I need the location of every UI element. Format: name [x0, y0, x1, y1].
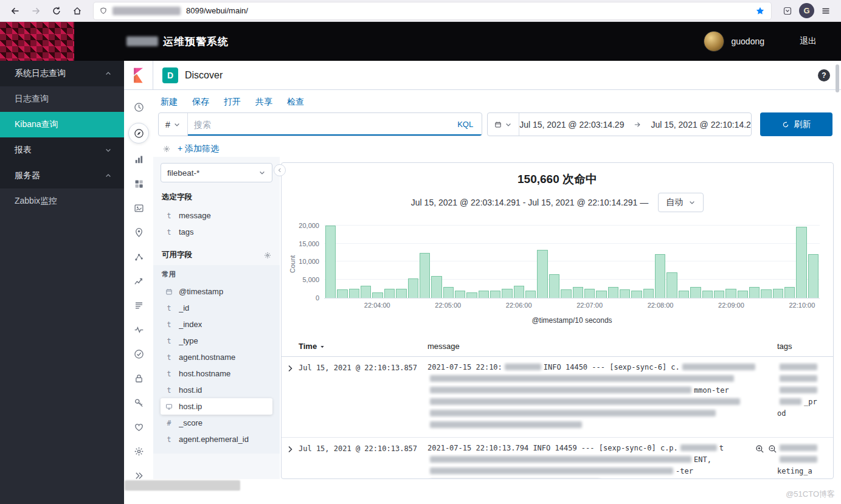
- field-@timestamp[interactable]: @timestamp: [161, 283, 272, 300]
- nav-discover-icon[interactable]: [128, 123, 149, 143]
- filter-settings-gear-icon[interactable]: [163, 145, 170, 153]
- histogram-bar[interactable]: [420, 253, 430, 298]
- histogram-bar[interactable]: [702, 291, 713, 299]
- histogram-bar[interactable]: [361, 286, 371, 298]
- histogram-bar[interactable]: [643, 289, 654, 298]
- histogram-bar[interactable]: [443, 287, 454, 298]
- home-icon[interactable]: [68, 2, 86, 19]
- date-quick-menu-button[interactable]: [488, 113, 519, 136]
- nav-visualize-icon[interactable]: [130, 151, 147, 168]
- nav-dev-tools-icon[interactable]: [130, 394, 147, 411]
- field-message[interactable]: tmessage: [161, 207, 272, 224]
- histogram-bar[interactable]: [761, 289, 771, 298]
- help-icon[interactable]: [818, 69, 830, 81]
- nav-recently-viewed-icon[interactable]: [130, 98, 147, 116]
- nav-machine-learning-icon[interactable]: [130, 248, 147, 265]
- sidebar-item-1[interactable]: 日志查询: [0, 86, 124, 112]
- share-button[interactable]: 共享: [255, 97, 272, 108]
- histogram-bar[interactable]: [749, 287, 760, 298]
- kibana-logo[interactable]: [124, 61, 153, 90]
- histogram-bar[interactable]: [490, 291, 500, 298]
- histogram-bar[interactable]: [479, 291, 489, 299]
- fields-settings-gear-icon[interactable]: [264, 252, 271, 259]
- histogram-bar[interactable]: [573, 287, 583, 298]
- pocket-extension-icon[interactable]: [778, 2, 797, 19]
- histogram-bar[interactable]: [549, 274, 559, 298]
- nav-maps-icon[interactable]: [130, 224, 147, 241]
- refresh-button[interactable]: 刷新: [760, 112, 832, 136]
- field-_index[interactable]: t_index: [161, 316, 272, 333]
- field-host.hostname[interactable]: thost.hostname: [161, 365, 272, 382]
- user-avatar[interactable]: [704, 31, 724, 52]
- menu-icon[interactable]: [817, 2, 835, 19]
- back-icon[interactable]: [6, 2, 24, 19]
- nav-canvas-icon[interactable]: [130, 199, 147, 216]
- search-input[interactable]: [188, 120, 449, 129]
- histogram-bar[interactable]: [690, 287, 701, 298]
- inspect-button[interactable]: 检查: [287, 97, 304, 108]
- histogram-bar[interactable]: [725, 289, 736, 298]
- histogram-bar[interactable]: [455, 291, 465, 299]
- histogram-bar[interactable]: [679, 291, 689, 298]
- sidebar-item-4[interactable]: 服务器: [0, 163, 124, 188]
- interval-select[interactable]: 自动: [658, 193, 704, 212]
- histogram-bar[interactable]: [738, 291, 748, 298]
- filter-out-value-icon[interactable]: [768, 444, 777, 454]
- field-_score[interactable]: #_score: [161, 415, 272, 431]
- sidebar-item-3[interactable]: 报表: [0, 137, 124, 163]
- histogram-bar[interactable]: [325, 226, 336, 298]
- field-tags[interactable]: ttags: [161, 224, 272, 240]
- column-message[interactable]: message: [427, 342, 777, 351]
- sidebar-item-0[interactable]: 系统日志查询: [0, 61, 124, 86]
- histogram-bar[interactable]: [608, 287, 618, 298]
- histogram-bar[interactable]: [396, 289, 406, 298]
- new-button[interactable]: 新建: [161, 97, 178, 108]
- field-agent.ephemeral_id[interactable]: tagent.ephemeral_id: [161, 431, 272, 447]
- histogram-bar[interactable]: [714, 291, 724, 298]
- histogram-bar[interactable]: [596, 291, 606, 298]
- nav-metrics-icon[interactable]: [130, 272, 147, 289]
- nav-uptime-icon[interactable]: [130, 345, 147, 362]
- add-filter-button[interactable]: + 添加筛选: [178, 143, 219, 154]
- bookmark-star-icon[interactable]: [755, 6, 765, 16]
- index-pattern-select[interactable]: filebeat-*: [161, 163, 272, 182]
- field-host.ip[interactable]: host.ip: [161, 398, 272, 415]
- histogram-bar[interactable]: [655, 254, 665, 298]
- browser-profile-avatar[interactable]: G: [799, 3, 814, 18]
- save-button[interactable]: 保存: [192, 97, 209, 108]
- histogram-bar[interactable]: [372, 292, 382, 298]
- url-bar[interactable]: 8099/webui/main/: [94, 2, 771, 19]
- open-button[interactable]: 打开: [224, 97, 241, 108]
- field-agent.hostname[interactable]: tagent.hostname: [161, 349, 272, 365]
- histogram-bar[interactable]: [408, 278, 418, 298]
- expand-row-icon[interactable]: [282, 362, 299, 431]
- date-to[interactable]: Jul 15, 2021 @ 22:10:14.29: [651, 120, 752, 129]
- histogram-bar[interactable]: [620, 289, 630, 298]
- date-from[interactable]: Jul 15, 2021 @ 22:03:14.29: [519, 120, 624, 129]
- forward-icon[interactable]: [27, 2, 45, 19]
- histogram-bar[interactable]: [431, 276, 441, 298]
- histogram-bar[interactable]: [337, 289, 347, 298]
- histogram-bar[interactable]: [384, 289, 395, 298]
- nav-dashboard-icon[interactable]: [130, 175, 147, 192]
- expand-row-icon[interactable]: [282, 443, 299, 479]
- histogram-bar[interactable]: [537, 250, 547, 298]
- histogram-bar[interactable]: [773, 289, 783, 298]
- nav-logs-icon[interactable]: [130, 297, 147, 314]
- nav-siem-icon[interactable]: [130, 370, 147, 387]
- query-language-button[interactable]: KQL: [449, 120, 482, 129]
- column-tags[interactable]: tags: [777, 342, 833, 351]
- filter-for-value-icon[interactable]: [755, 444, 764, 454]
- column-time[interactable]: Time: [299, 342, 427, 351]
- saved-query-menu-button[interactable]: #: [159, 113, 188, 136]
- nav-stack-monitoring-icon[interactable]: [130, 418, 147, 435]
- reload-icon[interactable]: [47, 2, 66, 19]
- field-_id[interactable]: t_id: [161, 300, 272, 316]
- histogram-bar[interactable]: [584, 289, 595, 298]
- histogram-bar[interactable]: [631, 291, 642, 298]
- collapse-sidebar-button[interactable]: [274, 164, 286, 176]
- nav-apm-icon[interactable]: [130, 321, 147, 338]
- logout-button[interactable]: 退出: [800, 36, 817, 47]
- sidebar-item-2[interactable]: Kibana查询: [0, 112, 124, 137]
- histogram-bar[interactable]: [502, 289, 512, 298]
